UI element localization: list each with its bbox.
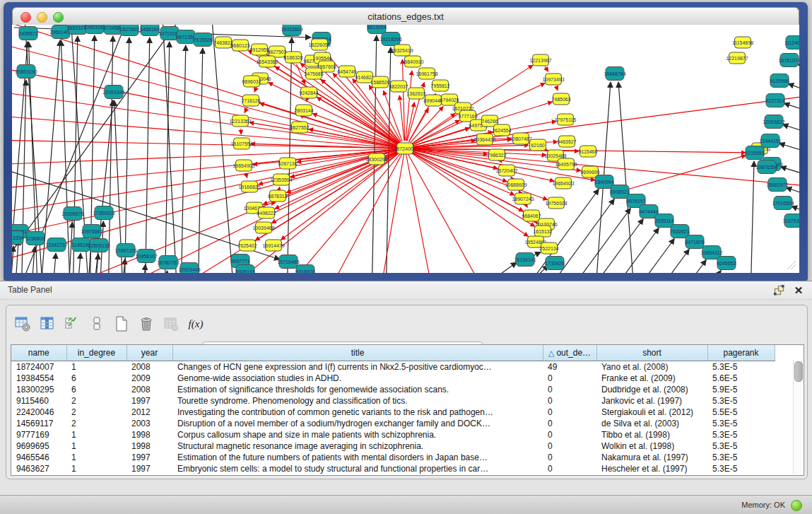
network-node[interactable]: 8912955 [249,44,269,55]
network-window-titlebar[interactable]: citations_edges.txt [12,7,799,26]
table-gear-icon[interactable] [13,315,32,333]
network-node[interactable]: 9215955 [745,146,764,160]
table-row[interactable]: 911546021997Tourette syndrome. Phenomeno… [11,395,794,407]
network-node[interactable]: 20853190 [15,65,37,78]
network-node[interactable]: 5267130 [278,158,297,169]
network-node[interactable]: 20206576 [61,207,83,221]
float-window-icon[interactable] [772,284,785,296]
table-row[interactable]: 1830029562008Estimation of significance … [11,384,794,395]
network-node[interactable]: 9227314 [765,94,784,107]
table-column-icon[interactable] [38,315,57,333]
merge-cells-icon[interactable] [88,315,106,333]
network-node[interactable]: 2803144 [294,105,313,116]
network-node[interactable]: 19654905 [233,160,254,171]
network-node[interactable]: 16914479 [262,240,284,251]
network-node[interactable]: 16782753 [157,256,179,269]
network-node[interactable]: 1588520 [370,76,389,88]
network-node[interactable]: 9660123 [230,40,249,51]
network-node[interactable]: 10958107 [135,250,157,263]
network-node[interactable]: 12505135 [88,239,110,252]
table-row[interactable]: 977716911998Corpus callosum shape and si… [11,429,794,440]
network-node[interactable]: 9129966 [770,74,789,88]
trash-icon[interactable] [137,315,155,333]
network-node[interactable]: 8471876 [685,235,704,249]
network-node[interactable]: 7986322 [487,149,506,160]
network-node[interactable]: 16961758 [416,68,437,79]
network-node[interactable]: 15720407 [495,165,517,176]
network-node[interactable]: 15136141 [514,253,536,267]
network-node[interactable]: 2718126 [241,95,260,106]
network-node[interactable]: 17359928 [93,206,114,220]
import-table-icon[interactable] [162,315,180,333]
network-node[interactable]: 12923448 [178,263,200,274]
network-canvas[interactable]: 1872400724355722069140616533277106532679… [12,25,799,273]
network-node[interactable]: 18300295 [365,153,387,165]
column-header-short[interactable]: short [596,345,707,361]
network-node[interactable]: 10039468 [252,222,274,233]
network-node[interactable]: 3624554 [492,124,511,136]
canvas-resize-corner-icon[interactable] [785,259,796,270]
network-node[interactable]: 9684067 [522,210,541,221]
network-node[interactable]: 2935114 [655,214,674,228]
network-node[interactable]: 12219877 [726,52,748,64]
network-node[interactable]: 7485063 [551,93,570,105]
network-node[interactable]: 19654923 [552,177,574,189]
network-node[interactable]: 12353594 [270,174,292,185]
network-node[interactable]: 11675332 [783,214,799,228]
network-node[interactable]: 12213363 [229,115,251,127]
column-header-in_degree[interactable]: in_degree [66,345,126,361]
network-node[interactable]: 17975115 [555,114,577,125]
network-node[interactable]: 1156803 [26,232,45,245]
column-header-title[interactable]: title [172,345,543,361]
network-node[interactable]: 15751074 [778,54,799,67]
table-row[interactable]: 1938455462009Genome-wide association stu… [11,373,794,384]
network-node[interactable]: 5905193 [235,265,254,274]
network-node[interactable]: 10876354 [755,160,777,174]
table-row[interactable]: 946362711997Embryonic stem cells: a mode… [11,463,794,474]
close-icon[interactable]: ✕ [792,284,805,296]
network-node[interactable]: 10807487 [510,133,531,144]
network-node[interactable]: 10973493 [542,74,564,85]
network-node[interactable]: 8822037 [389,81,408,92]
network-node[interactable]: 7515526 [193,33,212,47]
column-header-out_de[interactable]: △out_de… [543,345,596,361]
network-node[interactable]: 12093822 [763,115,784,129]
network-node[interactable]: 7625402 [237,240,257,251]
network-node[interactable]: 18325419 [391,45,413,56]
table-row[interactable]: 969969511998Structural magnetic resonanc… [11,440,794,452]
network-node[interactable]: 15716485 [277,255,299,269]
network-node[interactable]: 2522134 [539,243,558,254]
network-node[interactable]: 9245652 [717,257,736,270]
table-scrollbar[interactable] [793,360,803,474]
network-node[interactable]: 10975887 [81,225,102,238]
network-node[interactable]: 8878312 [268,190,287,201]
checklist-icon[interactable] [63,315,81,333]
table-row[interactable]: 1872400712008Changes of HCN gene express… [11,361,794,373]
network-node[interactable]: 1733426 [545,257,564,270]
network-node[interactable]: 9498222 [257,207,276,218]
network-node[interactable]: 9463627 [557,136,576,147]
network-node[interactable]: 18226058 [308,39,330,50]
network-node[interactable]: 22053346 [102,86,124,99]
network-node[interactable]: 8454749 [337,66,356,77]
network-node[interactable]: 8827552 [290,122,309,133]
table-row[interactable]: 946554611997Estimation of the future num… [11,452,794,463]
table-row[interactable]: 2242004622012Investigating the contribut… [11,407,794,418]
network-node[interactable]: 19218596 [379,33,401,46]
network-node[interactable]: 15692971 [766,178,788,192]
network-node[interactable]: 3475685 [304,68,323,79]
function-builder-icon[interactable]: f(x) [187,315,205,333]
network-node[interactable]: 62160 [530,139,546,151]
column-header-name[interactable]: name [11,345,66,361]
table-scrollbar-thumb[interactable] [794,361,803,382]
network-node[interactable]: 9896032 [242,76,261,87]
network-node[interactable]: 12213967 [529,54,551,66]
column-header-pagerank[interactable]: pagerank [707,345,775,361]
table-row[interactable]: 1456911722003Disruption of a novel membe… [11,418,794,429]
network-node[interactable]: 16033809 [281,25,302,36]
new-document-icon[interactable] [112,315,131,333]
network-node[interactable]: 17016504 [772,197,794,210]
network-node[interactable]: 18495798 [555,158,577,170]
network-node[interactable]: 16640910 [401,56,423,67]
network-node[interactable]: 18724007 [394,143,416,154]
